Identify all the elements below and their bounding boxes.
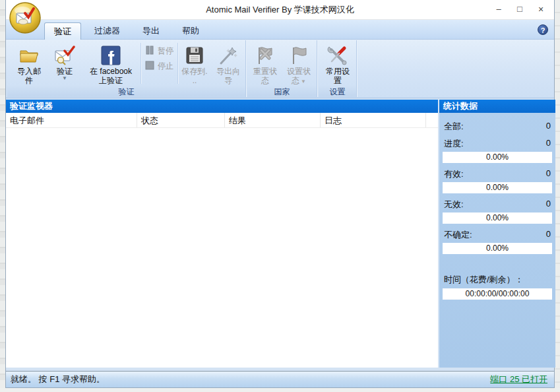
valid-bar: 0.00% (443, 182, 552, 193)
reset-status-button[interactable]: 重置状 态 (249, 40, 282, 86)
folder-icon (18, 44, 40, 67)
button-label: 置 (334, 76, 342, 85)
tab-filter[interactable]: 过滤器 (85, 22, 129, 40)
button-label: 重置状 (253, 67, 277, 76)
pause-button[interactable]: 暂停 (145, 46, 173, 57)
stat-value: 0 (546, 199, 551, 211)
panel-title: 统计数据 (439, 100, 555, 113)
button-label: 停止 (158, 61, 173, 72)
button-label: 设置状 (287, 67, 311, 76)
stat-value: 0 (546, 168, 551, 180)
floppy-disk-icon (183, 44, 206, 67)
pause-icon (145, 46, 154, 57)
button-label: 件 (25, 76, 33, 85)
stop-icon (145, 61, 154, 72)
flag-x-icon (254, 44, 276, 67)
flag-icon (288, 44, 310, 67)
panel-title: 验证监视器 (6, 100, 438, 113)
email-list-area[interactable] (6, 128, 438, 367)
facebook-icon (100, 44, 122, 67)
button-label: 上验证 (99, 76, 123, 85)
stat-unknown: 不确定: 0 (444, 229, 551, 241)
app-logo-icon[interactable] (9, 1, 42, 34)
export-wizard-button[interactable]: 导出向 导 (211, 40, 245, 86)
button-label: .. (193, 76, 197, 85)
ribbon-group-country: 重置状 态 设置状 态▼ 国家 (247, 40, 317, 97)
background-window-sliver-bottom (0, 388, 560, 392)
button-label: 验证 (57, 67, 73, 76)
invalid-bar: 0.00% (443, 212, 552, 224)
stat-label: 有效: (444, 168, 464, 180)
button-label: 常用设 (326, 67, 350, 76)
import-mail-button[interactable]: 导入邮 件 (10, 40, 48, 86)
ribbon-group-label: 国家 (247, 86, 317, 97)
button-label: 在 facebook (90, 67, 132, 76)
button-label: 导 (224, 76, 232, 85)
background-window-sliver-left (0, 0, 5, 392)
progress-bar: 0.00% (443, 152, 552, 163)
time-value-box: 00:00:00/00:00:00 (443, 288, 552, 300)
ribbon: 导入邮 件 验证 (6, 40, 554, 98)
verify-button[interactable]: 验证 ▼ (48, 40, 81, 82)
stat-label: 全部: (444, 121, 464, 133)
button-label: 导入邮 (17, 67, 41, 76)
stat-value: 0 (546, 121, 551, 133)
content-area: 验证监视器 电子邮件 状态 结果 日志 统计数据 全部: 0 (6, 100, 554, 368)
stat-label: 不确定: (444, 229, 472, 241)
common-settings-button[interactable]: 常用设 置 (320, 40, 356, 86)
button-label: 暂停 (158, 46, 173, 57)
chevron-down-icon: ▼ (62, 76, 67, 81)
button-label: 态▼ (292, 76, 306, 86)
ribbon-group-label: 设置 (319, 86, 356, 97)
set-status-button[interactable]: 设置状 态▼ (282, 40, 316, 87)
stat-label: 无效: (444, 199, 464, 211)
button-label: 态 (292, 76, 299, 85)
list-column-header: 电子邮件 状态 结果 日志 (6, 113, 438, 128)
unknown-bar: 0.00% (443, 243, 552, 254)
ribbon-tab-row: 验证 过滤器 导出 帮助 ? (6, 20, 554, 40)
desktop-background: Atomic Mail Verifier By 学课技术网汉化 – □ × (0, 0, 560, 392)
button-label: 导出向 (216, 67, 240, 76)
minimize-button[interactable]: – (488, 0, 509, 20)
status-ready-text: 就绪。 按 F1 寻求帮助。 (11, 372, 105, 387)
close-button[interactable]: × (530, 0, 551, 20)
column-status[interactable]: 状态 (137, 113, 225, 127)
statistics-panel: 统计数据 全部: 0 进度: 0 0.00% 有效: 0 0.0 (439, 100, 555, 368)
tab-verify[interactable]: 验证 (44, 22, 81, 40)
column-log[interactable]: 日志 (321, 113, 426, 127)
button-label: 保存到. (181, 67, 207, 76)
stat-valid: 有效: 0 (444, 168, 551, 180)
tools-icon (327, 44, 349, 67)
facebook-verify-button[interactable]: 在 facebook 上验证 (81, 40, 140, 86)
window-title: Atomic Mail Verifier By 学课技术网汉化 (6, 0, 554, 20)
button-label: 设置状 (287, 67, 311, 76)
stop-button[interactable]: 停止 (145, 61, 173, 72)
status-bar: 就绪。 按 F1 寻求帮助。 端口 25 已打开 (6, 371, 554, 387)
window-controls: – □ × (488, 0, 551, 20)
app-window: Atomic Mail Verifier By 学课技术网汉化 – □ × (5, 0, 555, 388)
tab-help[interactable]: 帮助 (173, 22, 208, 40)
column-result[interactable]: 结果 (225, 113, 321, 127)
port-status-link[interactable]: 端口 25 已打开 (490, 372, 547, 387)
column-email[interactable]: 电子邮件 (6, 113, 137, 127)
stat-label: 进度: (444, 138, 464, 150)
stat-value: 0 (546, 138, 551, 150)
ribbon-group-settings: 常用设 置 设置 (319, 40, 357, 97)
time-label: 时间（花费/剩余）： (444, 274, 551, 286)
ribbon-group-verify: 导入邮 件 验证 (7, 40, 246, 97)
stat-invalid: 无效: 0 (444, 199, 551, 211)
help-icon[interactable]: ? (538, 24, 548, 35)
chevron-down-icon: ▼ (301, 77, 306, 86)
verification-monitor-panel: 验证监视器 电子邮件 状态 结果 日志 (6, 100, 438, 368)
stat-total: 全部: 0 (444, 121, 551, 133)
magic-wand-icon (217, 44, 239, 67)
title-bar: Atomic Mail Verifier By 学课技术网汉化 – □ × (6, 0, 554, 20)
background-window-sliver-right (555, 0, 560, 392)
tab-export[interactable]: 导出 (133, 22, 169, 40)
stat-progress: 进度: 0 (444, 138, 551, 150)
button-label: 态 (261, 76, 269, 85)
save-to-button[interactable]: 保存到. .. (178, 40, 211, 86)
ribbon-group-label: 验证 (7, 86, 245, 97)
stat-value: 0 (546, 229, 551, 241)
maximize-button[interactable]: □ (509, 0, 530, 20)
